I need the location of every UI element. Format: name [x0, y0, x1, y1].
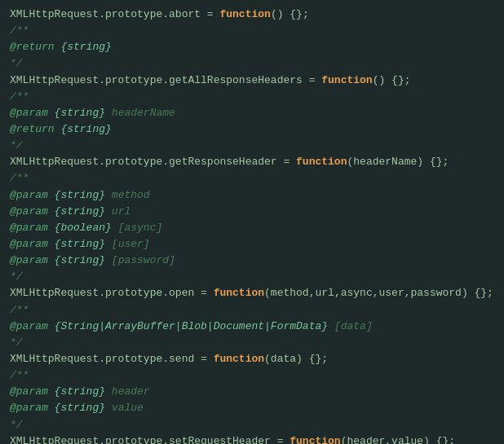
code-line: /**: [10, 367, 494, 384]
code-text: (header,value) {};: [341, 435, 455, 444]
code-line: @param {string} method: [10, 187, 494, 204]
code-text: (method,url,async,user,password) {};: [264, 287, 493, 299]
code-text: XMLHttpRequest.prototype.abort =: [10, 8, 219, 20]
code-line: @param {String|ArrayBuffer|Blob|Document…: [10, 319, 494, 335]
jsdoc-tag: @param: [10, 222, 48, 234]
comment-text: */: [10, 139, 23, 152]
comment-text: headerName: [105, 107, 175, 119]
jsdoc-type: {string}: [48, 402, 105, 414]
code-line: */: [10, 417, 494, 433]
code-line: /**: [10, 89, 494, 105]
code-line: */: [10, 138, 494, 154]
jsdoc-type: {string}: [55, 41, 112, 53]
comment-text: /**: [10, 369, 29, 381]
comment-text: header: [105, 385, 150, 398]
jsdoc-type: {string}: [48, 254, 105, 266]
jsdoc-tag: @param: [10, 107, 48, 119]
code-line: XMLHttpRequest.prototype.setRequestHeade…: [10, 433, 494, 444]
jsdoc-type: {string}: [48, 189, 105, 201]
jsdoc-tag: @param: [10, 238, 48, 250]
code-text: (headerName) {};: [347, 156, 449, 168]
code-line: @param {string} [user]: [10, 236, 494, 253]
code-line: @param {string} url: [10, 204, 494, 220]
code-editor: XMLHttpRequest.prototype.abort = functio…: [0, 0, 504, 444]
jsdoc-type: {string}: [48, 385, 105, 398]
code-line: XMLHttpRequest.prototype.send = function…: [10, 351, 494, 367]
comment-text: [password]: [105, 254, 175, 266]
code-line: @return {string}: [10, 121, 494, 138]
code-line: @param {boolean} [async]: [10, 220, 494, 236]
comment-text: */: [10, 57, 23, 69]
code-line: XMLHttpRequest.prototype.getResponseHead…: [10, 154, 494, 170]
code-text: XMLHttpRequest.prototype.getAllResponseH…: [10, 74, 321, 86]
keyword: function: [214, 287, 264, 299]
code-line: @param {string} value: [10, 400, 494, 416]
code-line: /**: [10, 23, 494, 39]
code-line: @return {string}: [10, 39, 494, 55]
code-text: (data) {};: [264, 353, 328, 365]
jsdoc-tag: @return: [10, 123, 55, 135]
code-text: XMLHttpRequest.prototype.send =: [10, 353, 214, 365]
code-line: /**: [10, 302, 494, 319]
comment-text: method: [105, 189, 150, 201]
jsdoc-type: {string}: [48, 205, 105, 218]
jsdoc-type: {string}: [55, 123, 112, 135]
keyword: function: [214, 353, 264, 365]
code-line: */: [10, 335, 494, 351]
code-line: /**: [10, 170, 494, 187]
jsdoc-type: {String|ArrayBuffer|Blob|Document|FormDa…: [48, 320, 328, 332]
jsdoc-type: {string}: [48, 238, 105, 250]
comment-text: url: [105, 205, 130, 218]
code-line: XMLHttpRequest.prototype.abort = functio…: [10, 7, 494, 23]
comment-text: [user]: [105, 238, 150, 250]
comment-text: [async]: [112, 222, 162, 234]
jsdoc-tag: @param: [10, 189, 48, 201]
keyword: function: [290, 435, 340, 444]
comment-text: */: [10, 419, 23, 431]
jsdoc-tag: @param: [10, 205, 48, 218]
comment-text: /**: [10, 90, 29, 103]
comment-text: /**: [10, 172, 29, 184]
comment-text: /**: [10, 304, 29, 316]
comment-text: */: [10, 336, 23, 349]
code-line: XMLHttpRequest.prototype.open = function…: [10, 285, 494, 301]
code-text: () {};: [373, 74, 411, 86]
jsdoc-tag: @param: [10, 320, 48, 332]
code-text: () {};: [271, 8, 309, 20]
code-line: @param {string} headerName: [10, 105, 494, 121]
code-text: XMLHttpRequest.prototype.setRequestHeade…: [10, 435, 290, 444]
comment-text: value: [105, 402, 144, 414]
jsdoc-tag: @param: [10, 385, 48, 398]
keyword: function: [321, 74, 372, 86]
code-line: @param {string} [password]: [10, 253, 494, 269]
code-line: @param {string} header: [10, 384, 494, 400]
code-line: */: [10, 269, 494, 285]
jsdoc-type: {string}: [48, 107, 105, 119]
jsdoc-tag: @param: [10, 402, 48, 414]
code-text: XMLHttpRequest.prototype.getResponseHead…: [10, 156, 296, 168]
jsdoc-type: {boolean}: [48, 222, 112, 234]
code-line: */: [10, 55, 494, 72]
comment-text: */: [10, 270, 23, 283]
code-line: XMLHttpRequest.prototype.getAllResponseH…: [10, 73, 494, 89]
keyword: function: [219, 8, 270, 20]
comment-text: /**: [10, 24, 29, 37]
jsdoc-tag: @return: [10, 41, 55, 53]
code-text: XMLHttpRequest.prototype.open =: [10, 287, 214, 299]
jsdoc-tag: @param: [10, 254, 48, 266]
keyword: function: [296, 156, 347, 168]
comment-text: [data]: [328, 320, 373, 332]
